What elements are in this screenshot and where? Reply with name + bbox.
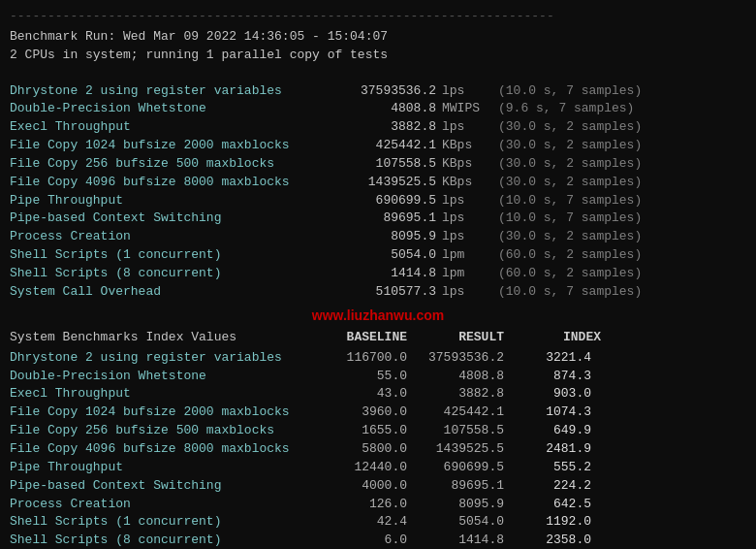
benchmark-samples: (10.0 s, 7 samples) bbox=[494, 283, 642, 302]
benchmark-samples: (10.0 s, 7 samples) bbox=[494, 210, 642, 228]
idx-label: Process Creation bbox=[10, 496, 310, 514]
idx-baseline: 4000.0 bbox=[310, 477, 407, 496]
index-table-row: Dhrystone 2 using register variables1167… bbox=[10, 349, 746, 368]
index-header-label: System Benchmarks Index Values bbox=[10, 329, 310, 347]
benchmark-samples: (10.0 s, 7 samples) bbox=[494, 192, 642, 210]
benchmark-samples: (9.6 s, 7 samples) bbox=[494, 100, 634, 118]
idx-label: Pipe-based Context Switching bbox=[10, 477, 310, 496]
benchmark-label: Execl Throughput bbox=[10, 118, 310, 137]
benchmark-samples: (30.0 s, 2 samples) bbox=[494, 118, 642, 137]
benchmark-samples: (60.0 s, 2 samples) bbox=[494, 246, 642, 265]
index-table-row: Execl Throughput43.03882.8903.0 bbox=[10, 385, 746, 404]
watermark: www.liuzhanwu.com bbox=[10, 306, 746, 325]
benchmark-unit: lps bbox=[436, 283, 494, 302]
idx-index: 903.0 bbox=[504, 385, 591, 404]
benchmark-value: 5054.0 bbox=[310, 246, 436, 265]
benchmark-value: 37593536.2 bbox=[310, 82, 436, 101]
idx-label: Shell Scripts (1 concurrent) bbox=[10, 513, 310, 532]
benchmark-value: 3882.8 bbox=[310, 118, 436, 137]
benchmark-label: Pipe Throughput bbox=[10, 192, 310, 210]
idx-index: 1074.3 bbox=[504, 404, 591, 422]
idx-label: Pipe Throughput bbox=[10, 459, 310, 477]
benchmark-row: Dhrystone 2 using register variables3759… bbox=[10, 82, 746, 101]
idx-label: File Copy 4096 bufsize 8000 maxblocks bbox=[10, 440, 310, 459]
benchmark-unit: lps bbox=[436, 210, 494, 228]
idx-label: Execl Throughput bbox=[10, 385, 310, 404]
benchmark-unit: KBps bbox=[436, 155, 494, 174]
benchmark-samples: (30.0 s, 2 samples) bbox=[494, 174, 642, 192]
benchmark-label: Dhrystone 2 using register variables bbox=[10, 82, 310, 101]
index-col-index: INDEX bbox=[504, 329, 601, 347]
benchmark-value: 89695.1 bbox=[310, 210, 436, 228]
run-info-line1: Benchmark Run: Wed Mar 09 2022 14:36:05 … bbox=[10, 28, 746, 47]
index-table-row: Pipe Throughput12440.0690699.5555.2 bbox=[10, 459, 746, 477]
index-col-baseline: BASELINE bbox=[310, 329, 407, 347]
index-table-row: Process Creation126.08095.9642.5 bbox=[10, 496, 746, 514]
benchmark-row: Shell Scripts (1 concurrent)5054.0lpm(60… bbox=[10, 246, 746, 265]
benchmark-unit: lps bbox=[436, 118, 494, 137]
idx-baseline: 3960.0 bbox=[310, 404, 407, 422]
index-table-row: File Copy 4096 bufsize 8000 maxblocks580… bbox=[10, 440, 746, 459]
benchmark-label: Process Creation bbox=[10, 228, 310, 246]
idx-result: 5054.0 bbox=[407, 513, 504, 532]
benchmark-label: Double-Precision Whetstone bbox=[10, 100, 310, 118]
benchmark-unit: MWIPS bbox=[436, 100, 494, 118]
benchmark-row: System Call Overhead510577.3lps(10.0 s, … bbox=[10, 283, 746, 302]
benchmark-unit: lps bbox=[436, 82, 494, 101]
idx-baseline: 1655.0 bbox=[310, 422, 407, 440]
benchmark-row: Process Creation8095.9lps(30.0 s, 2 samp… bbox=[10, 228, 746, 246]
idx-label: Dhrystone 2 using register variables bbox=[10, 349, 310, 368]
benchmark-value: 510577.3 bbox=[310, 283, 436, 302]
index-table-row: Shell Scripts (8 concurrent)6.01414.8235… bbox=[10, 532, 746, 549]
idx-baseline: 5800.0 bbox=[310, 440, 407, 459]
idx-result: 107558.5 bbox=[407, 422, 504, 440]
benchmark-label: File Copy 1024 bufsize 2000 maxblocks bbox=[10, 137, 310, 155]
idx-result: 37593536.2 bbox=[407, 349, 504, 368]
index-table-row: File Copy 256 bufsize 500 maxblocks1655.… bbox=[10, 422, 746, 440]
idx-baseline: 116700.0 bbox=[310, 349, 407, 368]
benchmark-samples: (60.0 s, 2 samples) bbox=[494, 265, 642, 283]
idx-label: Shell Scripts (8 concurrent) bbox=[10, 532, 310, 549]
idx-index: 2358.0 bbox=[504, 532, 591, 549]
benchmark-row: File Copy 256 bufsize 500 maxblocks10755… bbox=[10, 155, 746, 174]
benchmark-value: 690699.5 bbox=[310, 192, 436, 210]
top-divider: ----------------------------------------… bbox=[10, 8, 746, 26]
benchmark-unit: KBps bbox=[436, 137, 494, 155]
benchmark-unit: lps bbox=[436, 228, 494, 246]
benchmark-row: File Copy 1024 bufsize 2000 maxblocks425… bbox=[10, 137, 746, 155]
benchmark-value: 107558.5 bbox=[310, 155, 436, 174]
benchmark-label: File Copy 256 bufsize 500 maxblocks bbox=[10, 155, 310, 174]
index-col-result: RESULT bbox=[407, 329, 504, 347]
benchmark-row: Shell Scripts (8 concurrent)1414.8lpm(60… bbox=[10, 265, 746, 283]
idx-index: 1192.0 bbox=[504, 513, 591, 532]
benchmark-list: Dhrystone 2 using register variables3759… bbox=[10, 82, 746, 302]
idx-index: 224.2 bbox=[504, 477, 591, 496]
benchmark-row: File Copy 4096 bufsize 8000 maxblocks143… bbox=[10, 174, 746, 192]
idx-baseline: 126.0 bbox=[310, 496, 407, 514]
idx-label: Double-Precision Whetstone bbox=[10, 368, 310, 386]
idx-result: 1414.8 bbox=[407, 532, 504, 549]
idx-baseline: 55.0 bbox=[310, 368, 407, 386]
benchmark-label: System Call Overhead bbox=[10, 283, 310, 302]
idx-result: 4808.8 bbox=[407, 368, 504, 386]
benchmark-value: 4808.8 bbox=[310, 100, 436, 118]
benchmark-value: 8095.9 bbox=[310, 228, 436, 246]
idx-baseline: 43.0 bbox=[310, 385, 407, 404]
benchmark-row: Pipe Throughput690699.5lps(10.0 s, 7 sam… bbox=[10, 192, 746, 210]
index-table-header: System Benchmarks Index Values BASELINE … bbox=[10, 329, 746, 347]
benchmark-unit: lpm bbox=[436, 246, 494, 265]
idx-baseline: 12440.0 bbox=[310, 459, 407, 477]
benchmark-samples: (30.0 s, 2 samples) bbox=[494, 137, 642, 155]
idx-result: 8095.9 bbox=[407, 496, 504, 514]
idx-result: 89695.1 bbox=[407, 477, 504, 496]
idx-label: File Copy 256 bufsize 500 maxblocks bbox=[10, 422, 310, 440]
benchmark-row: Execl Throughput3882.8lps(30.0 s, 2 samp… bbox=[10, 118, 746, 137]
header-section: Benchmark Run: Wed Mar 09 2022 14:36:05 … bbox=[10, 28, 746, 65]
benchmark-label: File Copy 4096 bufsize 8000 maxblocks bbox=[10, 174, 310, 192]
benchmark-row: Double-Precision Whetstone4808.8MWIPS(9.… bbox=[10, 100, 746, 118]
benchmark-unit: lps bbox=[436, 192, 494, 210]
benchmark-label: Shell Scripts (1 concurrent) bbox=[10, 246, 310, 265]
benchmark-value: 425442.1 bbox=[310, 137, 436, 155]
benchmark-samples: (30.0 s, 2 samples) bbox=[494, 228, 642, 246]
index-table: System Benchmarks Index Values BASELINE … bbox=[10, 329, 746, 549]
